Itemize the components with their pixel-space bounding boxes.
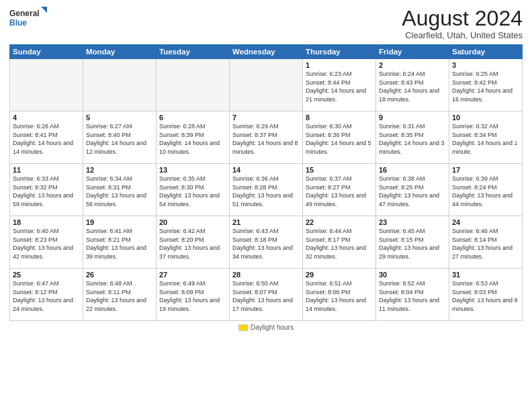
day-detail: Sunrise: 6:34 AM Sunset: 8:31 PM Dayligh… (86, 175, 153, 208)
day-detail: Sunrise: 6:50 AM Sunset: 8:07 PM Dayligh… (232, 279, 300, 313)
calendar-cell: 1Sunrise: 6:23 AM Sunset: 8:44 PM Daylig… (303, 59, 376, 111)
calendar-cell: 23Sunrise: 6:45 AM Sunset: 8:15 PM Dayli… (376, 216, 449, 269)
day-number: 6 (159, 113, 226, 122)
day-number: 4 (13, 113, 80, 122)
legend-item: Daylight hours (238, 324, 294, 331)
calendar-cell (157, 59, 230, 111)
calendar-cell: 7Sunrise: 6:29 AM Sunset: 8:37 PM Daylig… (230, 111, 303, 164)
calendar-cell: 14Sunrise: 6:36 AM Sunset: 8:28 PM Dayli… (230, 164, 303, 216)
day-detail: Sunrise: 6:41 AM Sunset: 8:21 PM Dayligh… (86, 227, 153, 261)
day-number: 7 (232, 113, 300, 122)
calendar-cell: 19Sunrise: 6:41 AM Sunset: 8:21 PM Dayli… (83, 216, 157, 269)
calendar-week-1: 1Sunrise: 6:23 AM Sunset: 8:44 PM Daylig… (10, 59, 523, 111)
day-number: 29 (306, 271, 373, 279)
day-detail: Sunrise: 6:32 AM Sunset: 8:34 PM Dayligh… (452, 122, 519, 156)
day-detail: Sunrise: 6:27 AM Sunset: 8:40 PM Dayligh… (86, 122, 153, 156)
day-detail: Sunrise: 6:42 AM Sunset: 8:20 PM Dayligh… (159, 227, 226, 261)
day-number: 10 (452, 113, 519, 122)
month-year-title: August 2024 (402, 7, 523, 30)
day-detail: Sunrise: 6:51 AM Sunset: 8:06 PM Dayligh… (306, 279, 373, 313)
day-detail: Sunrise: 6:25 AM Sunset: 8:42 PM Dayligh… (452, 70, 519, 103)
day-number: 5 (86, 113, 153, 122)
day-detail: Sunrise: 6:44 AM Sunset: 8:17 PM Dayligh… (306, 227, 373, 261)
logo: General Blue (9, 7, 47, 30)
weekday-header-row: SundayMondayTuesdayWednesdayThursdayFrid… (10, 45, 523, 59)
calendar-cell (10, 59, 83, 111)
footer: Daylight hours (9, 324, 523, 331)
header: General Blue August 2024 Clearfield, Uta… (9, 7, 523, 40)
calendar-cell: 9Sunrise: 6:31 AM Sunset: 8:35 PM Daylig… (376, 111, 449, 164)
day-number: 15 (306, 166, 373, 174)
calendar-cell (230, 59, 303, 111)
day-number: 30 (379, 271, 446, 279)
day-number: 25 (13, 271, 80, 279)
day-detail: Sunrise: 6:46 AM Sunset: 8:14 PM Dayligh… (452, 227, 519, 261)
weekday-header-thursday: Thursday (303, 45, 376, 59)
day-detail: Sunrise: 6:23 AM Sunset: 8:44 PM Dayligh… (306, 70, 373, 103)
calendar-week-3: 11Sunrise: 6:33 AM Sunset: 8:32 PM Dayli… (10, 164, 523, 216)
day-number: 14 (232, 166, 300, 174)
calendar-cell: 16Sunrise: 6:38 AM Sunset: 8:25 PM Dayli… (376, 164, 449, 216)
calendar-cell (83, 59, 157, 111)
calendar-cell: 4Sunrise: 6:26 AM Sunset: 8:41 PM Daylig… (10, 111, 83, 164)
calendar-cell: 11Sunrise: 6:33 AM Sunset: 8:32 PM Dayli… (10, 164, 83, 216)
weekday-header-saturday: Saturday (449, 45, 523, 59)
day-number: 28 (232, 271, 300, 279)
day-detail: Sunrise: 6:37 AM Sunset: 8:27 PM Dayligh… (306, 175, 373, 208)
day-number: 31 (452, 271, 519, 279)
svg-text:General: General (9, 9, 40, 18)
day-detail: Sunrise: 6:48 AM Sunset: 8:11 PM Dayligh… (86, 279, 153, 313)
calendar-cell: 30Sunrise: 6:52 AM Sunset: 8:04 PM Dayli… (376, 269, 449, 321)
day-number: 16 (379, 166, 446, 174)
day-number: 11 (13, 166, 80, 174)
calendar-cell: 6Sunrise: 6:28 AM Sunset: 8:39 PM Daylig… (157, 111, 230, 164)
day-detail: Sunrise: 6:29 AM Sunset: 8:37 PM Dayligh… (232, 122, 300, 156)
calendar-table: SundayMondayTuesdayWednesdayThursdayFrid… (9, 44, 523, 321)
day-number: 24 (452, 218, 519, 226)
day-detail: Sunrise: 6:30 AM Sunset: 8:36 PM Dayligh… (306, 122, 373, 156)
calendar-cell: 27Sunrise: 6:49 AM Sunset: 8:09 PM Dayli… (157, 269, 230, 321)
day-number: 22 (306, 218, 373, 226)
day-detail: Sunrise: 6:38 AM Sunset: 8:25 PM Dayligh… (379, 175, 446, 208)
day-number: 9 (379, 113, 446, 122)
weekday-header-tuesday: Tuesday (157, 45, 230, 59)
page-container: General Blue August 2024 Clearfield, Uta… (0, 0, 532, 411)
weekday-header-sunday: Sunday (10, 45, 83, 59)
calendar-cell: 29Sunrise: 6:51 AM Sunset: 8:06 PM Dayli… (303, 269, 376, 321)
day-number: 21 (232, 218, 300, 226)
day-number: 1 (306, 61, 373, 69)
calendar-cell: 20Sunrise: 6:42 AM Sunset: 8:20 PM Dayli… (157, 216, 230, 269)
legend-label: Daylight hours (251, 324, 294, 331)
weekday-header-friday: Friday (376, 45, 449, 59)
calendar-week-2: 4Sunrise: 6:26 AM Sunset: 8:41 PM Daylig… (10, 111, 523, 164)
day-number: 17 (452, 166, 519, 174)
day-detail: Sunrise: 6:45 AM Sunset: 8:15 PM Dayligh… (379, 227, 446, 261)
calendar-cell: 21Sunrise: 6:43 AM Sunset: 8:18 PM Dayli… (230, 216, 303, 269)
calendar-cell: 5Sunrise: 6:27 AM Sunset: 8:40 PM Daylig… (83, 111, 157, 164)
calendar-cell: 15Sunrise: 6:37 AM Sunset: 8:27 PM Dayli… (303, 164, 376, 216)
calendar-cell: 13Sunrise: 6:35 AM Sunset: 8:30 PM Dayli… (157, 164, 230, 216)
day-detail: Sunrise: 6:33 AM Sunset: 8:32 PM Dayligh… (13, 175, 80, 208)
day-number: 3 (452, 61, 519, 69)
calendar-cell: 12Sunrise: 6:34 AM Sunset: 8:31 PM Dayli… (83, 164, 157, 216)
svg-marker-2 (41, 7, 47, 13)
day-detail: Sunrise: 6:28 AM Sunset: 8:39 PM Dayligh… (159, 122, 226, 156)
svg-text:Blue: Blue (9, 18, 27, 28)
calendar-cell: 25Sunrise: 6:47 AM Sunset: 8:12 PM Dayli… (10, 269, 83, 321)
day-detail: Sunrise: 6:39 AM Sunset: 8:24 PM Dayligh… (452, 175, 519, 208)
day-detail: Sunrise: 6:24 AM Sunset: 8:43 PM Dayligh… (379, 70, 446, 103)
calendar-cell: 18Sunrise: 6:40 AM Sunset: 8:23 PM Dayli… (10, 216, 83, 269)
calendar-cell: 28Sunrise: 6:50 AM Sunset: 8:07 PM Dayli… (230, 269, 303, 321)
day-number: 20 (159, 218, 226, 226)
day-number: 26 (86, 271, 153, 279)
day-detail: Sunrise: 6:40 AM Sunset: 8:23 PM Dayligh… (13, 227, 80, 261)
day-number: 8 (306, 113, 373, 122)
calendar-cell: 31Sunrise: 6:53 AM Sunset: 8:03 PM Dayli… (449, 269, 523, 321)
day-detail: Sunrise: 6:49 AM Sunset: 8:09 PM Dayligh… (159, 279, 226, 313)
day-detail: Sunrise: 6:31 AM Sunset: 8:35 PM Dayligh… (379, 122, 446, 156)
day-number: 23 (379, 218, 446, 226)
day-number: 13 (159, 166, 226, 174)
day-detail: Sunrise: 6:47 AM Sunset: 8:12 PM Dayligh… (13, 279, 80, 313)
day-detail: Sunrise: 6:43 AM Sunset: 8:18 PM Dayligh… (232, 227, 300, 261)
location-subtitle: Clearfield, Utah, United States (402, 30, 523, 40)
